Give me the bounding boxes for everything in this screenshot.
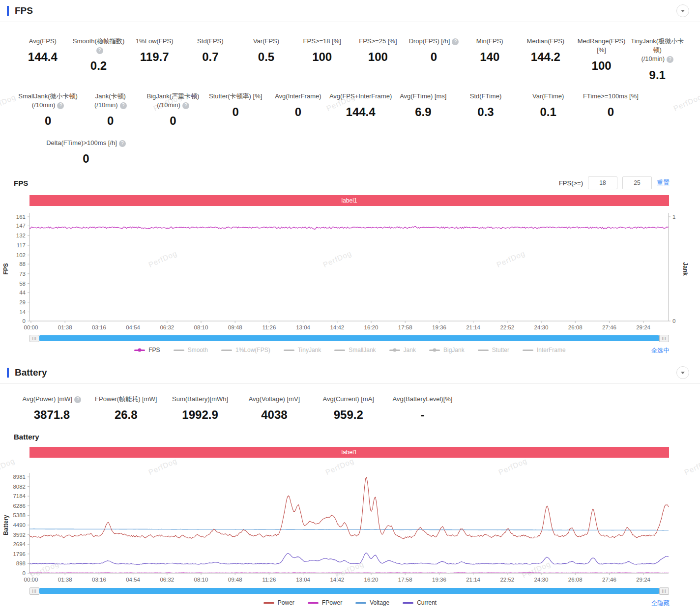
svg-text:01:38: 01:38 (58, 577, 72, 583)
svg-text:19:36: 19:36 (432, 577, 446, 583)
svg-text:21:14: 21:14 (466, 324, 480, 330)
fps-section-header: FPS (0, 0, 700, 19)
svg-text:19:36: 19:36 (432, 324, 446, 330)
svg-text:2694: 2694 (13, 542, 26, 548)
fps-select-all-link[interactable]: 全选中 (651, 347, 670, 355)
svg-text:22:52: 22:52 (500, 324, 514, 330)
fps-legend-items: FPSSmooth1%Low(FPS)TinyJankSmallJankJank… (134, 346, 565, 354)
legend-label: FPower (322, 599, 342, 606)
legend-item-fps[interactable]: FPS (134, 346, 160, 354)
help-icon[interactable]: ? (452, 38, 459, 45)
legend-item-voltage[interactable]: Voltage (355, 599, 389, 607)
legend-label: BigJank (443, 347, 465, 353)
fps-threshold-input-high[interactable] (622, 176, 652, 189)
legend-marker (389, 350, 400, 351)
svg-text:0: 0 (23, 318, 26, 324)
help-icon[interactable]: ? (182, 102, 189, 109)
stat-label: TinyJank(极微小卡顿) (/10min)? (629, 37, 685, 64)
legend-marker (355, 602, 366, 604)
stat-avg-batterylevel-%: Avg(BatteryLevel)[%]- (385, 395, 460, 422)
legend-item-smooth[interactable]: Smooth (174, 346, 208, 354)
svg-text:27:46: 27:46 (602, 324, 616, 330)
stat-label: Var(FPS) (238, 37, 294, 46)
scrollbar-left-handle[interactable]: ||| (29, 587, 39, 595)
fps-chart[interactable]: 16114713211710288735844291401000:0001:38… (0, 212, 700, 332)
stat-avg-power-mw: Avg(Power) [mW]?3871.8 (15, 395, 89, 422)
scrollbar-track[interactable] (39, 335, 659, 341)
legend-item-jank[interactable]: Jank (389, 346, 416, 354)
stat-value: 4038 (237, 408, 311, 422)
battery-hide-all-link[interactable]: 全隐藏 (651, 599, 670, 608)
stat-avg-fps-interframe: Avg(FPS+InterFrame)144.4 (329, 92, 392, 128)
legend-item-1%low-fps[interactable]: 1%Low(FPS) (221, 346, 270, 354)
legend-item-stutter[interactable]: Stutter (478, 346, 509, 354)
svg-text:898: 898 (16, 561, 26, 567)
fps-collapse-button[interactable] (676, 4, 689, 17)
svg-text:5388: 5388 (13, 513, 26, 519)
legend-label: Voltage (370, 599, 389, 606)
svg-text:03:16: 03:16 (92, 324, 106, 330)
scrollbar-right-handle[interactable]: ||| (659, 335, 669, 342)
fps-threshold-reset-link[interactable]: 重置 (657, 178, 670, 187)
svg-text:132: 132 (16, 233, 26, 238)
svg-text:Jank: Jank (682, 262, 689, 276)
stat-label: Avg(FTime) [ms] (392, 92, 454, 101)
stat-avg-ftime-ms: Avg(FTime) [ms]6.9 (392, 92, 454, 128)
stat-value: 119.7 (126, 50, 182, 64)
svg-text:24:30: 24:30 (534, 324, 549, 330)
svg-text:73: 73 (19, 271, 26, 277)
svg-text:58: 58 (19, 281, 26, 287)
scrollbar-right-handle[interactable]: ||| (659, 587, 669, 595)
stat-label: FTime>=100ms [%] (580, 92, 642, 101)
stat-value: 100 (294, 50, 350, 64)
stat-value: 26.8 (89, 408, 163, 422)
legend-label: FPS (148, 347, 160, 353)
legend-item-fpower[interactable]: FPower (308, 599, 342, 607)
legend-item-current[interactable]: Current (403, 599, 437, 607)
fps-stats-row-1: Avg(FPS)144.4Smooth(稳帧指数)?0.21%Low(FPS)1… (0, 37, 700, 82)
fps-chart-label-text: label1 (341, 197, 357, 204)
help-icon[interactable]: ? (74, 396, 81, 403)
scrollbar-track[interactable] (39, 588, 659, 594)
legend-item-smalljank[interactable]: SmallJank (334, 346, 376, 354)
scrollbar-left-handle[interactable]: ||| (29, 335, 39, 342)
fps-chart-scrollbar: ||| ||| (29, 335, 669, 342)
svg-text:17:58: 17:58 (398, 324, 412, 330)
svg-text:26:08: 26:08 (568, 324, 583, 330)
svg-text:FPS: FPS (2, 263, 9, 274)
battery-legend-items: PowerFPowerVoltageCurrent (263, 599, 437, 607)
help-icon[interactable]: ? (120, 102, 127, 109)
battery-section-header: Battery (0, 362, 700, 381)
battery-collapse-button[interactable] (676, 366, 689, 379)
battery-chart[interactable]: 8981808271846286538844903592269417968980… (0, 464, 700, 585)
stat-label: FPS>=25 [%] (350, 37, 406, 46)
battery-chart-scrollbar: ||| ||| (29, 587, 669, 594)
battery-chart-label-text: label1 (341, 449, 357, 456)
help-icon[interactable]: ? (119, 140, 126, 147)
stat-std-ftime: Std(FTime)0.3 (454, 92, 517, 128)
legend-label: TinyJank (298, 347, 321, 353)
legend-marker (334, 350, 345, 351)
legend-marker (308, 602, 319, 604)
stat-value: 0.2 (71, 59, 127, 73)
legend-item-interframe[interactable]: InterFrame (523, 346, 566, 354)
stat-jank-10min: Jank(卡顿) (/10min)?0 (79, 92, 142, 128)
legend-item-tinyjank[interactable]: TinyJank (284, 346, 321, 354)
stat-value: 3871.8 (15, 408, 89, 422)
stat-drop-fps-h: Drop(FPS) [/h]?0 (406, 37, 462, 82)
svg-text:8082: 8082 (13, 484, 26, 490)
help-icon[interactable]: ? (57, 102, 64, 109)
fps-threshold-input-low[interactable] (588, 176, 617, 189)
stat-label: Drop(FPS) [/h]? (406, 37, 462, 46)
stat-label: Avg(BatteryLevel)[%] (385, 395, 460, 404)
help-icon[interactable]: ? (667, 56, 673, 63)
stat-value: 0.7 (182, 50, 238, 64)
stat-label: Avg(Current) [mA] (311, 395, 385, 404)
svg-text:00:00: 00:00 (24, 324, 38, 330)
stat-value: 0 (29, 152, 143, 166)
legend-item-bigjank[interactable]: BigJank (429, 346, 465, 354)
svg-text:29:24: 29:24 (636, 577, 650, 583)
help-icon[interactable]: ? (96, 47, 103, 54)
legend-item-power[interactable]: Power (263, 599, 294, 607)
stat-smalljank-10min: SmallJank(微小卡顿) (/10min)?0 (17, 92, 79, 128)
